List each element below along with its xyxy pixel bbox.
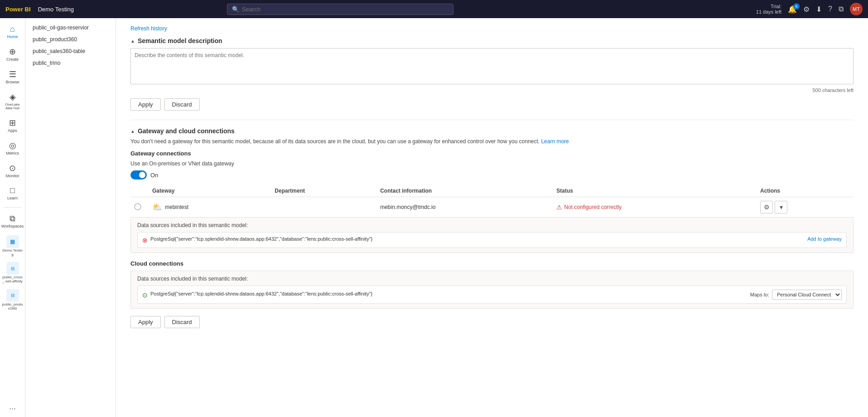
workspaces-icon: ⧉: [10, 214, 15, 223]
sidebar: ⌂ Home ⊕ Create ☰ Browse ◈ OneLake data …: [0, 18, 25, 417]
apps-icon: ⊞: [9, 118, 16, 128]
add-to-gateway-link[interactable]: Add to gateway: [807, 236, 842, 242]
sidebar-item-monitor[interactable]: ⊙ Monitor: [1, 160, 24, 181]
section-separator: [130, 120, 854, 120]
gateway-toggle-arrow: ▲: [130, 129, 135, 134]
toggle-row: On: [130, 170, 854, 179]
content-panel: Refresh history ▲ Semantic model descrip…: [116, 18, 868, 417]
sidebar-label-apps: Apps: [8, 129, 17, 133]
sidebar-item-learn[interactable]: □ Learn: [1, 183, 24, 204]
gateway-name: mebintest: [165, 204, 188, 210]
cloud-connections-title: Cloud connections: [130, 260, 854, 267]
notification-badge: 6: [793, 3, 800, 10]
description-apply-button[interactable]: Apply: [130, 98, 161, 111]
sidebar-item-browse[interactable]: ☰ Browse: [1, 67, 24, 87]
list-item-oil[interactable]: public_oil-gas-reservior: [25, 22, 116, 34]
cloud-datasource-text: PostgreSql{"server":"tcp.splendid-shrew.…: [150, 291, 372, 296]
gateway-table: Gateway Department Contact information S…: [130, 185, 854, 217]
gateway-datasource-box: Data sources included in this semantic m…: [130, 217, 854, 253]
cloud-connections-section: Cloud connections Data sources included …: [130, 260, 854, 309]
sidebar-item-metrics[interactable]: ◎ Metrics: [1, 138, 24, 159]
char-count: 500 characters left: [130, 87, 854, 93]
home-icon: ⌂: [10, 24, 15, 34]
description-discard-button[interactable]: Discard: [164, 98, 200, 111]
demo-testing-label: Demo Testing: [2, 249, 24, 257]
list-item-trino[interactable]: public_trino: [25, 57, 116, 69]
settings-icon[interactable]: ⚙: [803, 5, 810, 14]
datasource-item: ⊗ PostgreSql{"server":"tcp.splendid-shre…: [137, 232, 847, 248]
sidebar-label-browse: Browse: [5, 80, 19, 85]
cloud-datasource-title: Data sources included in this semantic m…: [137, 276, 847, 282]
sidebar-label-learn: Learn: [7, 196, 18, 201]
avatar[interactable]: MT: [850, 3, 863, 15]
main-wrapper: public_oil-gas-reservior public_product3…: [25, 18, 868, 417]
sidebar-item-demo-testing[interactable]: ▦ Demo Testing: [1, 233, 24, 259]
description-textarea[interactable]: [130, 48, 854, 84]
cloud-item-left: ⊙ PostgreSql{"server":"tcp.splendid-shre…: [142, 291, 747, 299]
cross-sell-icon: ⊟: [6, 262, 19, 275]
settings-action-button[interactable]: ⚙: [760, 201, 773, 213]
table-row: ⛅ mebintest mebin.moncy@tmdc.io ⚠ Not co…: [130, 197, 854, 218]
sidebar-label-create: Create: [6, 58, 19, 62]
datasource-error-icon: ⊗: [142, 237, 148, 244]
demo-testing-icon: ▦: [6, 235, 19, 248]
metrics-icon: ◎: [9, 141, 16, 150]
status-badge: ⚠ Not configured correctly: [556, 204, 753, 211]
bottom-apply-button[interactable]: Apply: [130, 316, 161, 328]
toggle-state-label: On: [150, 172, 158, 179]
sidebar-label-metrics: Metrics: [6, 151, 19, 156]
cloud-datasource-item: ⊙ PostgreSql{"server":"tcp.splendid-shre…: [137, 286, 847, 304]
sidebar-item-onelake[interactable]: ◈ OneLake data hub: [1, 89, 24, 114]
product360-icon: ⊟: [6, 289, 19, 302]
share-icon[interactable]: ⧉: [839, 5, 844, 13]
list-item-sales360[interactable]: public_sales360-table: [25, 45, 116, 57]
semantic-model-toggle-arrow: ▲: [130, 39, 135, 44]
product360-label: public_product360: [2, 303, 24, 311]
learn-icon: □: [10, 186, 15, 195]
sidebar-item-apps[interactable]: ⊞ Apps: [1, 115, 24, 136]
description-btn-row: Apply Discard: [130, 98, 854, 111]
status-error-icon: ⚠: [556, 204, 562, 211]
trial-info: Trial: 11 days left: [756, 4, 781, 15]
sidebar-item-product360[interactable]: ⊟ public_product360: [1, 287, 24, 313]
download-icon[interactable]: ⬇: [816, 5, 822, 14]
th-contact: Contact information: [376, 185, 553, 197]
toggle-description-text: Use an On-premises or VNet data gateway: [130, 160, 854, 167]
sidebar-item-create[interactable]: ⊕ Create: [1, 44, 24, 65]
gateway-title-text: Gateway and cloud connections: [138, 127, 235, 135]
cross-sell-label: public_cross_-sell-affinity: [2, 276, 24, 284]
sidebar-item-home[interactable]: ⌂ Home: [1, 22, 24, 42]
cloud-datasource-box: Data sources included in this semantic m…: [130, 271, 854, 309]
list-item-product360[interactable]: public_product360: [25, 34, 116, 45]
cloud-success-icon: ⊙: [142, 291, 148, 299]
gateway-description: You don't need a gateway for this semant…: [130, 138, 854, 145]
help-icon[interactable]: ?: [828, 5, 832, 13]
datasource-box-title: Data sources included in this semantic m…: [137, 222, 847, 228]
actions-cell: ⚙ ▾: [760, 201, 850, 213]
topbar-right: Trial: 11 days left 🔔 6 ⚙ ⬇ ? ⧉ MT: [756, 3, 863, 15]
search-bar[interactable]: 🔍: [227, 4, 453, 15]
browse-icon: ☰: [9, 69, 16, 79]
more-button[interactable]: ···: [9, 404, 16, 417]
sidebar-label-home: Home: [7, 35, 18, 39]
sidebar-item-workspaces[interactable]: ⧉ Workspaces: [1, 211, 24, 232]
datasource-item-left: ⊗ PostgreSql{"server":"tcp.splendid-shre…: [142, 236, 804, 244]
sidebar-item-cross-sell[interactable]: ⊟ public_cross_-sell-affinity: [1, 260, 24, 286]
onelake-icon: ◈: [10, 92, 16, 102]
th-radio: [130, 185, 149, 197]
gateway-radio[interactable]: [134, 203, 141, 210]
topbar: Power BI Demo Testing 🔍 Trial: 11 days l…: [0, 0, 868, 18]
sidebar-label-monitor: Monitor: [5, 174, 19, 179]
learn-more-link[interactable]: Learn more: [541, 138, 569, 145]
notifications-icon[interactable]: 🔔 6: [788, 5, 797, 14]
left-panel: public_oil-gas-reservior public_product3…: [25, 18, 116, 417]
sidebar-label-onelake: OneLake data hub: [3, 103, 23, 111]
bottom-discard-button[interactable]: Discard: [164, 316, 200, 328]
maps-to-select[interactable]: Personal Cloud Connect: [772, 290, 842, 300]
search-input[interactable]: [242, 6, 448, 13]
gateway-cloud-icon: ⛅: [152, 202, 162, 212]
refresh-history-link[interactable]: Refresh history: [130, 25, 854, 32]
expand-action-button[interactable]: ▾: [775, 201, 787, 213]
gateway-toggle[interactable]: [130, 170, 147, 179]
th-department: Department: [271, 185, 376, 197]
